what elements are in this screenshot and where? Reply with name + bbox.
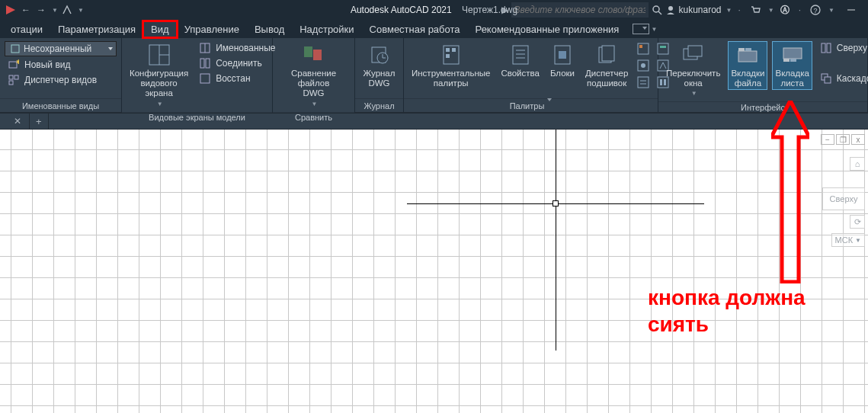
svg-rect-9: [9, 75, 13, 79]
new-view-button[interactable]: ✱ Новый вид: [5, 58, 117, 72]
named-viewports-button[interactable]: Именованные: [196, 41, 278, 55]
layout-tabs-button[interactable]: Вкладка листа: [772, 41, 812, 90]
svg-rect-53: [738, 51, 757, 62]
help-icon[interactable]: ?: [807, 5, 824, 15]
dwg-compare-button[interactable]: Сравнение файлов DWG ▼: [277, 41, 350, 109]
viewport-controls: ⌂ Сверху ⟳ МСК▼: [822, 142, 865, 247]
svg-text:✱: ✱: [16, 59, 19, 66]
search-input[interactable]: [511, 2, 649, 18]
tab-output[interactable]: Вывод: [247, 21, 292, 37]
view-state-value: Несохраненный: [24, 43, 91, 54]
palette-icon-2[interactable]: [636, 58, 651, 73]
dwg-history-icon: [367, 43, 392, 67]
chevron-down-icon[interactable]: ▼: [828, 7, 834, 14]
svg-rect-18: [206, 59, 210, 68]
properties-icon: [508, 43, 533, 67]
panel-title-compare: Сравнить: [273, 112, 354, 122]
tile-vert-label: Сверху вн: [837, 43, 868, 53]
join-icon: [199, 57, 211, 69]
join-viewports-button[interactable]: Соединить: [196, 56, 278, 70]
panel-interface: Переключить окна ▼ Вкладки файла Вкладка…: [658, 38, 868, 112]
viewport-config-icon: [147, 43, 171, 67]
view-state-dropdown[interactable]: Несохраненный: [5, 41, 117, 56]
search-icon[interactable]: [652, 5, 662, 15]
close-tab-icon[interactable]: ✕: [14, 116, 21, 126]
view-manager-button[interactable]: Диспетчер видов: [5, 73, 117, 87]
cascade-icon: [820, 72, 832, 85]
svg-rect-57: [783, 59, 790, 62]
user-name: kukunarod: [679, 5, 722, 15]
palette-icon-1[interactable]: [636, 41, 651, 56]
minimize-button[interactable]: [838, 0, 865, 20]
tab-annotations[interactable]: отации: [3, 21, 50, 37]
viewcube-home-icon[interactable]: ⌂: [850, 157, 865, 171]
model-space-canvas[interactable]: [0, 130, 868, 413]
switch-windows-icon: [681, 43, 706, 67]
chevron-down-icon: ▼: [691, 90, 697, 97]
quick-access-toolbar: ← → ▼ ▼: [0, 4, 88, 16]
tab-featured-apps[interactable]: Рекомендованные приложения: [468, 21, 627, 37]
new-view-label: Новый вид: [24, 59, 70, 70]
viewcube-rotate-icon[interactable]: ⟳: [850, 215, 865, 229]
user-account[interactable]: kukunarod ▼: [665, 5, 732, 15]
chevron-down-icon[interactable]: ▼: [52, 7, 58, 14]
viewcube-wcs[interactable]: МСК▼: [831, 233, 865, 247]
chevron-down-icon: ▼: [726, 7, 732, 14]
panel-palettes: Инструментальные палитры Свойства Блоки …: [404, 38, 658, 112]
tab-manage[interactable]: Управление: [177, 21, 247, 37]
layout-tabs-label: Вкладка листа: [775, 69, 809, 88]
viewcube-top[interactable]: Сверху: [822, 187, 865, 210]
svg-rect-35: [559, 51, 566, 59]
new-tab-button[interactable]: +: [30, 114, 49, 129]
arrow-right-icon[interactable]: →: [35, 4, 47, 16]
layout-tabs-icon: [780, 43, 805, 67]
separator: ·: [796, 5, 804, 15]
file-tabs-label: Вкладки файла: [731, 69, 764, 88]
drawing-grid: [0, 130, 868, 413]
properties-button[interactable]: Свойства: [498, 41, 543, 80]
tile-vertically-button[interactable]: Сверху вн: [817, 41, 868, 55]
ribbon: Несохраненный ✱ Новый вид Диспетчер видо…: [0, 38, 868, 113]
document-tab-active[interactable]: ✕: [6, 114, 30, 129]
crosshair-pickbox: [553, 200, 559, 206]
join-viewports-label: Соединить: [216, 58, 262, 69]
panel-title-named-views: Именованные виды: [0, 98, 121, 112]
tab-overflow-icon[interactable]: [633, 24, 649, 34]
qat-more-icon[interactable]: ▼: [78, 7, 84, 14]
chevron-down-icon: ▼: [312, 101, 318, 107]
panel-title-palettes[interactable]: Палитры: [404, 98, 658, 112]
tab-view[interactable]: Вид: [143, 21, 177, 37]
dwg-history-button[interactable]: Журнал DWG: [360, 41, 399, 90]
tool-palettes-button[interactable]: Инструментальные палитры: [408, 41, 493, 90]
cart-icon[interactable]: [747, 5, 764, 15]
svg-rect-29: [446, 54, 450, 58]
annotation-text: кнопка должна сиять: [648, 284, 806, 338]
arrow-left-icon[interactable]: ←: [20, 4, 32, 16]
viewport-config-button[interactable]: Конфигурация видового экрана ▼: [127, 41, 191, 109]
chevron-down-icon[interactable]: ▼: [768, 7, 774, 14]
search-box[interactable]: ▶: [501, 2, 662, 18]
switch-windows-button[interactable]: Переключить окна ▼: [663, 41, 723, 98]
svg-rect-20: [304, 46, 312, 57]
palette-icon-3[interactable]: [636, 75, 651, 90]
restore-viewports-button[interactable]: Восстан: [196, 72, 278, 85]
svg-rect-30: [513, 46, 528, 64]
app-menu-icon[interactable]: [5, 4, 17, 16]
tab-parametric[interactable]: Параметризация: [50, 21, 143, 37]
blocks-palette-button[interactable]: Блоки: [547, 41, 578, 80]
restore-icon: [199, 72, 211, 85]
share-icon[interactable]: [61, 4, 73, 16]
file-tabs-button[interactable]: Вкладки файла: [728, 41, 767, 90]
sheetset-manager-button[interactable]: Диспетчер подшивок: [582, 41, 631, 90]
svg-point-2: [668, 6, 673, 11]
a360-icon[interactable]: Ⓐ: [777, 4, 793, 17]
chevron-down-icon[interactable]: ▼: [651, 26, 657, 33]
viewport-config-label: Конфигурация видового экрана: [130, 69, 188, 99]
svg-rect-28: [452, 48, 456, 52]
tab-collaborate[interactable]: Совместная работа: [362, 21, 468, 37]
dwg-compare-icon: [302, 43, 326, 67]
sheetset-icon: [594, 43, 619, 67]
tab-addins[interactable]: Надстройки: [292, 21, 361, 37]
svg-rect-17: [200, 59, 204, 68]
cascade-button[interactable]: Каскадом: [817, 72, 868, 85]
